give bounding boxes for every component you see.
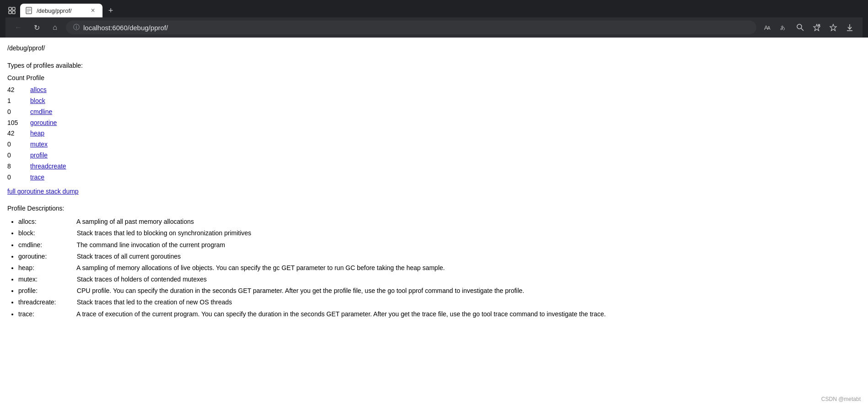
profile-row: 0profile — [7, 150, 861, 161]
desc-value: A sampling of all past memory allocation… — [76, 218, 194, 225]
profile-link-heap[interactable]: heap — [30, 128, 44, 139]
desc-key: heap: — [18, 262, 73, 274]
profile-row: 8threadcreate — [7, 161, 861, 172]
desc-key: goroutine: — [18, 251, 73, 262]
profile-row: 0mutex — [7, 139, 861, 150]
tab-close-button[interactable]: ✕ — [89, 6, 97, 15]
profile-row: 42heap — [7, 128, 861, 139]
profile-count: 0 — [7, 172, 30, 183]
desc-value: The command line invocation of the curre… — [77, 241, 226, 249]
profile-row: 0cmdline — [7, 107, 861, 118]
list-item: mutex: Stack traces of holders of conten… — [18, 274, 861, 285]
svg-rect-0 — [9, 7, 11, 10]
descriptions-section: Profile Descriptions: allocs: A sampling… — [7, 203, 861, 320]
profile-count: 42 — [7, 128, 30, 139]
desc-value: CPU profile. You can specify the duratio… — [77, 287, 524, 294]
list-item: allocs: A sampling of all past memory al… — [18, 216, 861, 227]
page-content: /debug/pprof/ Types of profiles availabl… — [0, 38, 868, 325]
profile-link-trace[interactable]: trace — [30, 172, 44, 183]
desc-key: allocs: — [18, 216, 73, 227]
full-goroutine-dump-link[interactable]: full goroutine stack dump — [7, 186, 861, 196]
desc-value: A trace of execution of the current prog… — [76, 310, 606, 318]
profile-link-profile[interactable]: profile — [30, 150, 48, 161]
svg-line-12 — [801, 28, 803, 31]
profile-count: 1 — [7, 96, 30, 107]
url-text: localhost:6060/debug/pprof/ — [83, 24, 168, 32]
tab-title: /debug/pprof/ — [37, 7, 85, 14]
svg-rect-2 — [9, 11, 11, 14]
new-tab-button[interactable]: + — [104, 4, 117, 17]
profile-link-block[interactable]: block — [30, 96, 45, 107]
profiles-section: Types of profiles available: Count Profi… — [7, 60, 861, 196]
profile-row: 1block — [7, 96, 861, 107]
svg-rect-1 — [12, 7, 15, 10]
desc-value: Stack traces that led to the creation of… — [77, 298, 232, 306]
favorites-button[interactable] — [826, 20, 841, 35]
desc-key: threadcreate: — [18, 297, 73, 308]
profile-link-threadcreate[interactable]: threadcreate — [30, 161, 66, 172]
svg-rect-3 — [12, 11, 15, 14]
profile-link-allocs[interactable]: allocs — [30, 85, 47, 96]
profile-row: 105goroutine — [7, 118, 861, 129]
profile-count: 0 — [7, 107, 30, 118]
refresh-button[interactable]: ↻ — [29, 20, 44, 35]
list-item: block: Stack traces that led to blocking… — [18, 227, 861, 239]
page-path: /debug/pprof/ — [7, 43, 861, 53]
profile-table: 42allocs1block0cmdline105goroutine42heap… — [7, 85, 861, 183]
profile-count: 0 — [7, 139, 30, 150]
list-item: threadcreate: Stack traces that led to t… — [18, 297, 861, 308]
profile-count: 42 — [7, 85, 30, 96]
active-tab[interactable]: /debug/pprof/ ✕ — [20, 4, 102, 17]
desc-value: Stack traces of all current goroutines — [77, 253, 181, 260]
desc-key: cmdline: — [18, 239, 73, 251]
svg-text:A: A — [767, 26, 771, 31]
svg-point-11 — [797, 24, 802, 29]
profile-link-goroutine[interactable]: goroutine — [30, 118, 57, 129]
types-heading: Types of profiles available: — [7, 60, 861, 70]
find-button[interactable] — [793, 20, 808, 35]
tab-bar: /debug/pprof/ ✕ + — [5, 4, 863, 17]
desc-key: trace: — [18, 309, 73, 320]
url-bar[interactable]: ⓘ localhost:6060/debug/pprof/ — [66, 21, 756, 34]
browser-chrome: /debug/pprof/ ✕ + ← ↻ ⌂ ⓘ localhost:6060… — [0, 0, 868, 38]
descriptions-list: allocs: A sampling of all past memory al… — [7, 216, 861, 320]
desc-value: Stack traces of holders of contended mut… — [77, 276, 207, 283]
tab-switcher-button[interactable] — [5, 4, 18, 17]
desc-value: Stack traces that led to blocking on syn… — [77, 229, 251, 237]
tab-page-icon — [26, 7, 33, 14]
profile-row: 42allocs — [7, 85, 861, 96]
profile-count: 0 — [7, 150, 30, 161]
desc-key: profile: — [18, 285, 73, 297]
list-item: cmdline: The command line invocation of … — [18, 239, 861, 251]
download-button[interactable] — [842, 20, 857, 35]
list-item: profile: CPU profile. You can specify th… — [18, 285, 861, 297]
toolbar-icons: A A あ — [760, 20, 857, 35]
list-item: heap: A sampling of memory allocations o… — [18, 262, 861, 274]
profile-count: 8 — [7, 161, 30, 172]
descriptions-heading: Profile Descriptions: — [7, 203, 861, 213]
profile-count: 105 — [7, 118, 30, 129]
read-aloud-button[interactable]: A A — [760, 20, 775, 35]
favorites-add-button[interactable] — [809, 20, 824, 35]
profile-link-mutex[interactable]: mutex — [30, 139, 48, 150]
profile-row: 0trace — [7, 172, 861, 183]
list-item: goroutine: Stack traces of all current g… — [18, 251, 861, 262]
immersive-reader-button[interactable]: あ — [776, 20, 791, 35]
count-profile-header: Count Profile — [7, 73, 861, 83]
desc-key: block: — [18, 227, 73, 239]
list-item: trace: A trace of execution of the curre… — [18, 309, 861, 320]
info-icon: ⓘ — [73, 23, 80, 32]
desc-value: A sampling of memory allocations of live… — [76, 264, 445, 271]
home-button[interactable]: ⌂ — [48, 20, 62, 35]
desc-key: mutex: — [18, 274, 73, 285]
svg-text:あ: あ — [780, 25, 785, 30]
address-bar: ← ↻ ⌂ ⓘ localhost:6060/debug/pprof/ A A … — [5, 17, 863, 38]
back-button[interactable]: ← — [11, 20, 26, 35]
profile-link-cmdline[interactable]: cmdline — [30, 107, 52, 118]
